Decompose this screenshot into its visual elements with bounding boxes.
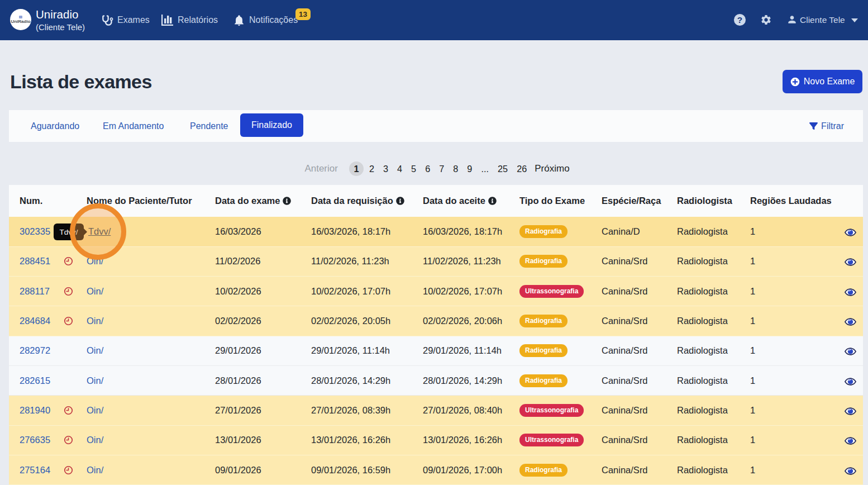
svg-text:?: ? (737, 15, 742, 25)
